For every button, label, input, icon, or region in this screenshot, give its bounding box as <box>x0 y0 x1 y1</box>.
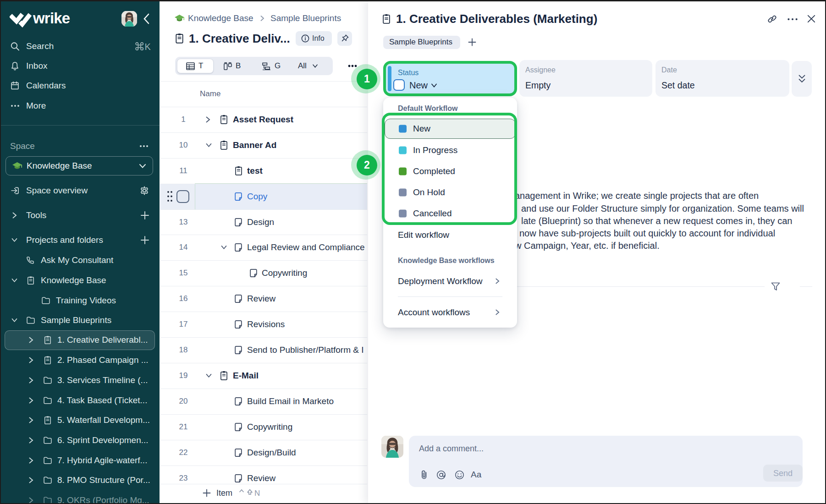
svg-text:K: K <box>145 42 151 52</box>
svg-text:N: N <box>254 489 260 498</box>
svg-text:wrike: wrike <box>33 10 70 27</box>
